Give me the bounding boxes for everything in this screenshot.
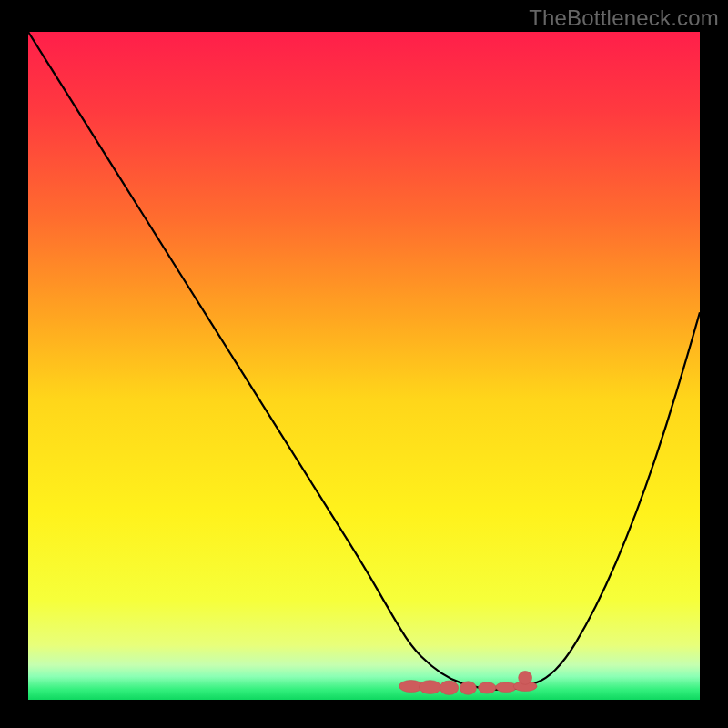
chart-container: TheBottleneck.com <box>0 0 728 728</box>
bottleneck-curve-plot <box>28 32 700 700</box>
optimal-zone-blob <box>419 681 440 694</box>
optimal-zone-blob <box>479 682 496 694</box>
optimal-zone-blob <box>440 681 458 694</box>
optimal-zone-blob <box>460 682 476 694</box>
watermark-text: TheBottleneck.com <box>529 5 719 31</box>
optimal-zone-dot <box>519 671 532 684</box>
